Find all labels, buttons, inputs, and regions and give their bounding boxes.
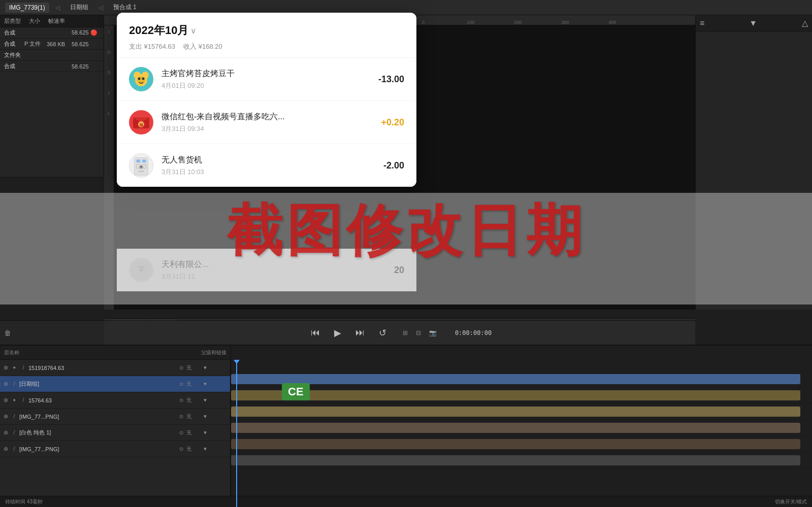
bill-item-0[interactable]: 主烤官烤苔皮烤豆干 4月01日 09:20 -13.00	[117, 58, 416, 101]
card-month: 2022年10月	[129, 23, 188, 38]
playback-controls: ⏮ ▶ ⏭ ↺ ⊞ ⊟ 📷 0:00:00:00	[104, 320, 695, 345]
svg-rect-15	[138, 171, 144, 173]
layer-mode-1[interactable]: ▼	[203, 381, 228, 387]
svg-point-16	[141, 167, 142, 168]
svg-point-5	[138, 78, 141, 80]
svg-point-6	[142, 78, 145, 80]
ruler-mark-0: 0	[422, 20, 425, 25]
playhead[interactable]	[236, 360, 237, 507]
layer-row-4[interactable]: ⊛ / [白色 纯色 1] ⊙ 无 ▼	[0, 425, 230, 441]
ruler-mark-100r: 100	[467, 20, 474, 25]
project-row-0[interactable]: 合成 58.625 🔴	[0, 27, 104, 39]
track-bar-3	[231, 423, 800, 433]
bill-avatar-0	[129, 67, 153, 91]
duration-label: 持续时间 43毫秒	[5, 498, 43, 505]
card-month-area[interactable]: 2022年10月 ∨	[129, 23, 197, 38]
layer-row-2[interactable]: ⊛ ✦ / 15764.63 ⊙ 无 ▼	[0, 392, 230, 409]
next-frame-button[interactable]: ⏭	[352, 325, 368, 340]
layers-column: ⊛ ✦ / 151918764.63 ⊙ 无 ▼ ⊛ / [日期组] ⊙ 无 ▼…	[0, 360, 231, 507]
bill-info-1: 微信红包-来自视频号直播多吃六... 3月31日 09:34	[161, 112, 373, 133]
tab-img7739[interactable]: IMG_7739(1)	[5, 3, 49, 13]
bill-item-2[interactable]: 无人售货机 3月31日 10:03 -2.00	[117, 144, 416, 187]
project-panel: 层类型 大小 帧速率 合成 58.625 🔴 合成 P 文件 368 KB 58…	[0, 15, 104, 178]
layer-switch-1[interactable]: ⊛	[2, 381, 9, 387]
layer-slash-2: /	[19, 397, 27, 403]
layer-row-5[interactable]: ⊛ / [IMG_77...PNG] ⊙ 无 ▼	[0, 441, 230, 457]
layer-parent-4[interactable]: 无	[186, 429, 202, 436]
layer-parent-1[interactable]: 无	[186, 381, 202, 388]
layer-parent-2[interactable]: 无	[186, 397, 202, 404]
card-header: 2022年10月 ∨ 支出 ¥15764.63 收入 ¥168.20	[117, 13, 416, 58]
tab-date-group[interactable]: 日期组	[66, 2, 92, 13]
layer-link-0: ⊙	[177, 365, 185, 370]
layer-mode-2[interactable]: ▼	[203, 397, 228, 403]
layer-mode-4[interactable]: ▼	[203, 430, 228, 435]
right-menu-icon[interactable]: ≡	[700, 19, 704, 28]
layer-icon-1: /	[10, 381, 18, 387]
layer-switch-2[interactable]: ⊛	[2, 397, 9, 403]
layer-icon-4: /	[10, 430, 18, 435]
track-row-3	[231, 420, 812, 436]
layer-parent-0[interactable]: 无	[186, 364, 202, 371]
switch-mode-label[interactable]: 切换开关/模式	[775, 498, 807, 505]
project-name-3: 合成	[4, 62, 70, 70]
bill-date-2: 3月31日 10:03	[161, 167, 375, 177]
layer-slash-0: /	[19, 365, 27, 370]
layer-row-1[interactable]: ⊛ / [日期组] ⊙ 无 ▼	[0, 376, 230, 392]
layer-switch-4[interactable]: ⊛	[2, 429, 9, 436]
play-button[interactable]: ▶	[331, 325, 344, 341]
bill-item-1[interactable]: 福 微信红包-来自视频号直播多吃六... 3月31日 09:34 +0.20	[117, 101, 416, 144]
layer-label-header: 层名称 父级和链接	[0, 346, 231, 360]
project-row-1[interactable]: 合成 P 文件 368 KB 58.625	[0, 39, 104, 50]
gray-overlay	[0, 193, 812, 305]
layer-row-3[interactable]: ⊛ / [IMG_77...PNG] ⊙ 无 ▼	[0, 409, 230, 425]
layer-link-5: ⊙	[177, 446, 185, 452]
tab-sep-1: ◁	[55, 4, 60, 11]
prev-frame-button[interactable]: ⏮	[308, 325, 323, 340]
trash-icon[interactable]: 🗑	[4, 329, 11, 337]
layer-name-col-header: 层名称	[4, 349, 197, 356]
layer-mode-5[interactable]: ▼	[203, 446, 228, 452]
bill-title-2: 无人售货机	[161, 155, 375, 165]
layer-icon-5: /	[10, 446, 18, 452]
layer-switch-5[interactable]: ⊛	[2, 446, 9, 452]
tools-icon: ⊞	[403, 329, 408, 336]
svg-rect-13	[142, 160, 146, 163]
layer-parent-5[interactable]: 无	[186, 446, 202, 453]
tracks-column	[231, 360, 812, 507]
loop-button[interactable]: ↺	[376, 325, 389, 341]
project-name-2: 文件夹	[4, 51, 77, 59]
track-bar-5	[231, 455, 800, 465]
bill-title-0: 主烤官烤苔皮烤豆干	[161, 69, 370, 79]
project-type-1: P 文件	[24, 40, 45, 48]
layer-link-2: ⊙	[177, 397, 185, 403]
summary-in: 收入 ¥168.20	[183, 42, 222, 51]
status-bar: 持续时间 43毫秒 切换开关/模式	[0, 496, 812, 507]
layer-icon-0: ✦	[10, 365, 18, 370]
layer-parent-3[interactable]: 无	[186, 413, 202, 420]
project-fps-3: 58.625	[72, 63, 100, 70]
right-collapse-icon[interactable]: △	[802, 18, 808, 28]
project-row-2[interactable]: 文件夹	[0, 50, 104, 61]
bill-info-0: 主烤官烤苔皮烤豆干 4月01日 09:20	[161, 69, 370, 90]
project-header: 层类型 大小 帧速率	[0, 15, 104, 27]
ruler-mark-400r: 400	[609, 20, 616, 25]
chevron-down-icon: ∨	[190, 26, 197, 36]
track-row-4	[231, 436, 812, 452]
project-fps-0: 58.625 🔴	[72, 29, 100, 36]
ce-badge: CE	[282, 383, 310, 400]
layer-row-0[interactable]: ⊛ ✦ / 151918764.63 ⊙ 无 ▼	[0, 360, 230, 376]
layer-switch-3[interactable]: ⊛	[2, 413, 9, 420]
bill-amount-2: -2.00	[383, 160, 404, 171]
tab-precomp1[interactable]: 预合成 1	[109, 2, 141, 13]
layer-switch-0[interactable]: ⊛	[2, 364, 9, 371]
project-row-3[interactable]: 合成 58.625	[0, 61, 104, 72]
layer-mode-3[interactable]: ▼	[203, 414, 228, 419]
right-expand-icon[interactable]: ▼	[749, 19, 757, 28]
layer-controls-row: 🗑	[0, 320, 104, 345]
track-row-5	[231, 452, 812, 468]
right-panel-controls: ≡ ▼ △	[696, 15, 812, 31]
layer-mode-0[interactable]: ▼	[203, 365, 228, 370]
track-row-0	[231, 371, 812, 387]
camera-icon: 📷	[429, 329, 437, 336]
